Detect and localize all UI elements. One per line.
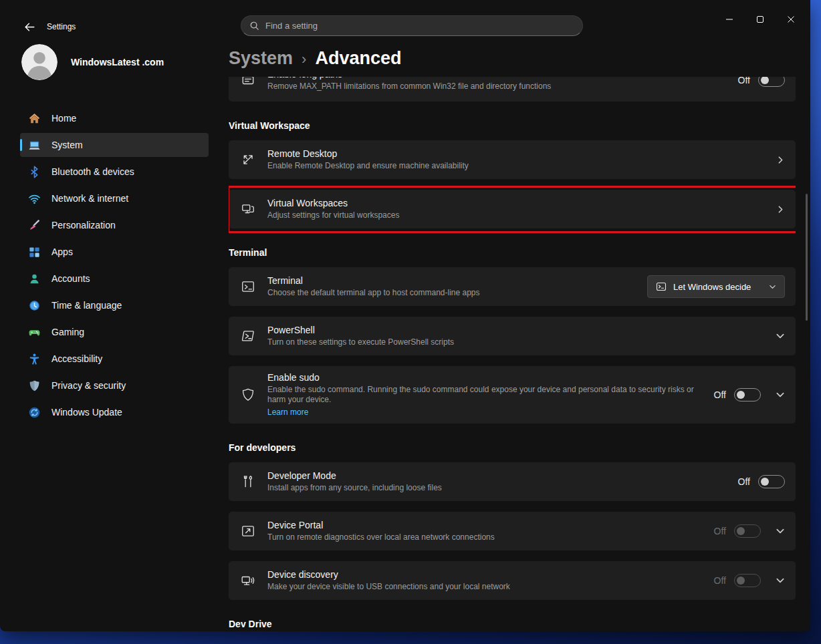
sidebar-item-privacy-security[interactable]: Privacy & security: [20, 373, 209, 397]
section-header-dev-drive: Dev Drive: [229, 617, 796, 631]
setting-title: Device Portal: [267, 520, 701, 530]
breadcrumb: System › Advanced: [229, 48, 401, 69]
toggle-knob: [761, 77, 769, 84]
sidebar-item-apps[interactable]: Apps: [20, 240, 209, 264]
setting-row-powershell[interactable]: PowerShell Turn on these settings to exe…: [229, 317, 796, 355]
sidebar-item-accounts[interactable]: Accounts: [20, 267, 209, 291]
toggle-state-label: Off: [714, 575, 726, 586]
sidebar-item-windows-update[interactable]: Windows Update: [20, 400, 209, 424]
sidebar-item-label: Bluetooth & devices: [51, 166, 134, 177]
setting-row-terminal[interactable]: Terminal Choose the default terminal app…: [229, 267, 796, 306]
sidebar-item-label: Time & language: [51, 300, 122, 311]
breadcrumb-system[interactable]: System: [229, 48, 293, 69]
setting-row-enable-sudo[interactable]: Enable sudo Enable the sudo command. Run…: [229, 366, 796, 424]
setting-desc: Enable Remote Desktop and ensure machine…: [267, 161, 763, 171]
setting-row-virtual-workspaces[interactable]: Virtual Workspaces Adjust settings for v…: [229, 190, 796, 228]
setting-desc: Adjust settings for virtual workspaces: [267, 210, 763, 220]
back-button[interactable]: [17, 16, 41, 37]
chevron-down-icon: [769, 283, 776, 291]
setting-title: Enable sudo: [267, 372, 701, 383]
desktop: Settings: [0, 0, 821, 644]
terminal-app-dropdown[interactable]: Let Windows decide: [647, 275, 785, 298]
sidebar-item-system[interactable]: System: [20, 133, 209, 157]
powershell-icon: [241, 329, 255, 343]
setting-row-developer-mode[interactable]: Developer Mode Install apps from any sou…: [229, 462, 796, 501]
setting-desc: Install apps from any source, including …: [267, 483, 725, 493]
setting-desc: Make your device visible to USB connecti…: [267, 582, 701, 592]
close-button[interactable]: [776, 7, 806, 32]
setting-title: Enable long paths: [267, 77, 725, 79]
bluetooth-icon: [28, 166, 41, 178]
sidebar-item-home[interactable]: Home: [20, 106, 209, 130]
toggle-knob: [737, 391, 745, 399]
sidebar: WindowsLatest .com Home System Bluetooth…: [0, 43, 221, 631]
device-portal-icon: [241, 524, 255, 538]
scrollbar-thumb[interactable]: [806, 194, 808, 321]
setting-row-device-portal[interactable]: Device Portal Turn on remote diagnostics…: [229, 512, 796, 550]
privacy-icon: [28, 379, 41, 392]
section-header-for-developers: For developers: [229, 441, 796, 454]
setting-desc: Choose the default terminal app to host …: [267, 288, 647, 298]
device-portal-toggle: [734, 524, 761, 538]
breadcrumb-separator-icon: ›: [302, 49, 306, 68]
chevron-right-icon: [776, 156, 785, 164]
titlebar: Settings: [0, 0, 810, 43]
sidebar-item-accessibility[interactable]: Accessibility: [20, 347, 209, 371]
sidebar-item-personalization[interactable]: Personalization: [20, 213, 209, 237]
user-avatar: [21, 44, 57, 80]
settings-list: Enable long paths Remove MAX_PATH limita…: [229, 77, 796, 631]
maximize-button[interactable]: [745, 7, 776, 32]
setting-title: Developer Mode: [267, 470, 725, 481]
user-account-card[interactable]: WindowsLatest .com: [21, 44, 164, 80]
sidebar-item-gaming[interactable]: Gaming: [20, 320, 209, 344]
sudo-shield-icon: [241, 387, 255, 402]
toggle-state-label: Off: [738, 476, 750, 487]
time-language-icon: [28, 299, 41, 312]
device-discovery-toggle: [734, 574, 761, 587]
long-paths-toggle[interactable]: [758, 77, 785, 87]
chevron-down-icon[interactable]: [776, 331, 785, 341]
chevron-down-icon[interactable]: [776, 576, 785, 585]
search-box[interactable]: [241, 15, 583, 36]
sidebar-nav: Home System Bluetooth & devices Network …: [20, 106, 209, 427]
page-title: Advanced: [315, 48, 401, 69]
sudo-toggle[interactable]: [734, 388, 761, 401]
user-name: WindowsLatest .com: [71, 57, 164, 67]
setting-row-device-discovery[interactable]: Device discovery Make your device visibl…: [229, 561, 796, 600]
sidebar-item-bluetooth-devices[interactable]: Bluetooth & devices: [20, 160, 209, 184]
toggle-knob: [737, 527, 745, 535]
minimize-button[interactable]: [714, 7, 745, 32]
toggle-state-label: Off: [738, 77, 750, 86]
toggle-knob: [761, 478, 769, 486]
gaming-icon: [28, 326, 41, 339]
network-icon: [28, 192, 41, 205]
sidebar-item-time-language[interactable]: Time & language: [20, 293, 209, 317]
search-input[interactable]: [265, 21, 574, 31]
section-header-terminal: Terminal: [229, 246, 796, 259]
chevron-down-icon[interactable]: [776, 526, 785, 536]
section-header-virtual-workspace: Virtual Workspace: [229, 119, 796, 132]
setting-desc: Enable the sudo command. Running the sud…: [267, 385, 701, 405]
close-icon: [787, 15, 795, 23]
learn-more-link[interactable]: Learn more: [267, 408, 308, 417]
dropdown-selected-value: Let Windows decide: [673, 282, 762, 292]
setting-title: Device discovery: [267, 569, 701, 580]
sidebar-item-label: Windows Update: [51, 407, 122, 418]
settings-window: Settings: [0, 0, 810, 631]
developer-mode-toggle[interactable]: [758, 475, 785, 488]
terminal-icon: [241, 279, 255, 294]
chevron-down-icon[interactable]: [776, 390, 785, 399]
accessibility-icon: [28, 353, 41, 365]
maximize-icon: [756, 15, 764, 23]
sidebar-item-label: Accessibility: [51, 353, 102, 364]
setting-row-enable-long-paths[interactable]: Enable long paths Remove MAX_PATH limita…: [229, 77, 796, 102]
sidebar-item-label: System: [51, 140, 83, 150]
minimize-icon: [725, 15, 733, 23]
caption-controls: [714, 7, 806, 32]
sidebar-item-network-internet[interactable]: Network & internet: [20, 186, 209, 210]
setting-row-remote-desktop[interactable]: Remote Desktop Enable Remote Desktop and…: [229, 140, 796, 179]
windows-update-icon: [28, 406, 41, 419]
selected-accent-bar: [20, 139, 22, 151]
virtual-workspaces-icon: [241, 202, 255, 216]
developer-mode-icon: [241, 474, 255, 489]
